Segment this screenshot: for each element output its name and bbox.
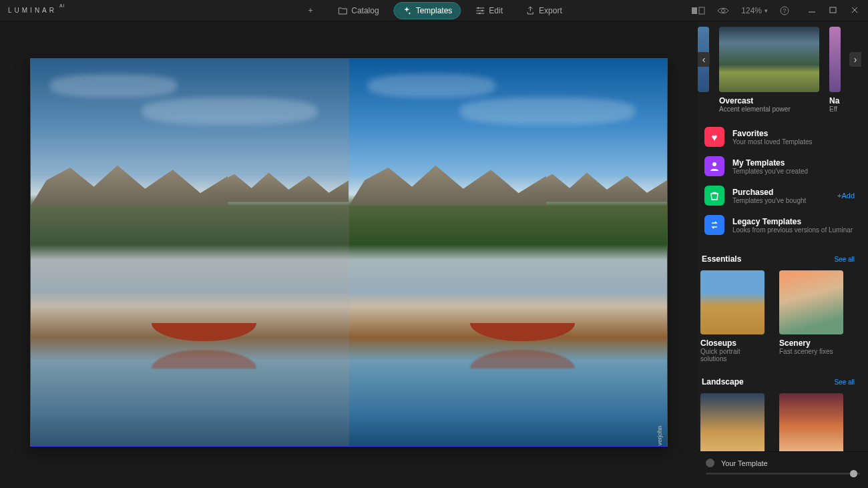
preview-icon[interactable] — [717, 7, 729, 15]
sparkle-icon — [403, 6, 412, 15]
catalog-label: Catalog — [351, 6, 379, 15]
cat-sub: Templates you've created — [732, 168, 808, 175]
carousel-next[interactable]: › — [849, 52, 861, 67]
after-half — [349, 59, 668, 446]
slider-label: Your Template — [721, 459, 768, 467]
comparison-photo[interactable]: © Silverjohn — [30, 58, 668, 447]
template-scenery[interactable]: Scenery Fast scenery fixes — [779, 270, 843, 362]
strength-slider[interactable] — [706, 473, 860, 475]
close-button[interactable] — [851, 6, 860, 15]
category-list: ♥ FavoritesYour most loved Templates My … — [702, 122, 857, 240]
section-title: Landscape — [702, 377, 744, 387]
chevron-down-icon: ▾ — [765, 7, 768, 14]
closeups-thumb — [700, 270, 765, 334]
window-controls — [808, 6, 860, 15]
before-half — [31, 59, 349, 446]
templates-tab[interactable]: Templates — [394, 2, 461, 19]
cat-title: Purchased — [732, 188, 806, 197]
carousel-item-partial-left[interactable] — [698, 27, 709, 113]
cat-sub: Your most loved Templates — [732, 138, 813, 146]
export-icon — [525, 6, 535, 15]
plus-icon: ＋ — [306, 6, 315, 15]
landscape-header: Landscape See all — [698, 375, 861, 393]
carousel-item-overcast[interactable]: Overcast Accent elemental power — [719, 27, 819, 113]
card-title: Scenery — [779, 338, 843, 348]
heart-icon: ♥ — [704, 127, 724, 147]
watermark: © Silverjohn — [656, 426, 663, 447]
export-label: Export — [539, 6, 562, 15]
svg-rect-8 — [830, 7, 836, 13]
svg-point-0 — [477, 7, 479, 8]
app-name: LUMINAR — [8, 7, 57, 15]
svg-point-1 — [481, 9, 483, 11]
maximize-button[interactable] — [829, 6, 839, 15]
main-area: © Silverjohn ‹ Overcast Accent elemental… — [0, 21, 868, 488]
help-icon[interactable]: ? — [780, 6, 789, 15]
compare-icon[interactable] — [692, 7, 705, 15]
add-button[interactable]: ＋ — [298, 3, 323, 19]
edit-tab[interactable]: Edit — [467, 3, 511, 19]
person-icon — [704, 156, 724, 176]
bag-icon — [704, 186, 724, 206]
edit-label: Edit — [489, 6, 503, 15]
see-all-link[interactable]: See all — [834, 379, 855, 386]
main-nav: ＋ Catalog Templates Edit Export — [298, 2, 570, 19]
carousel-sub: Accent elemental power — [719, 105, 819, 113]
section-title: Essentials — [702, 254, 741, 264]
category-favorites[interactable]: ♥ FavoritesYour most loved Templates — [702, 122, 857, 152]
category-purchased[interactable]: PurchasedTemplates you've bought +Add — [702, 181, 857, 210]
essentials-header: Essentials See all — [698, 252, 861, 270]
folder-icon — [338, 6, 347, 15]
minimize-button[interactable] — [808, 6, 817, 15]
carousel-item-partial-right[interactable]: Na Eff — [829, 27, 841, 113]
svg-rect-3 — [692, 7, 697, 14]
essentials-grid: Closeups Quick portrait solutions Scener… — [698, 270, 861, 375]
card-title: Closeups — [700, 338, 765, 348]
template-dot-icon — [706, 459, 714, 467]
svg-point-5 — [722, 9, 725, 12]
cat-title: Legacy Templates — [732, 217, 853, 226]
catalog-tab[interactable]: Catalog — [330, 3, 387, 19]
cat-sub: Templates you've bought — [732, 197, 806, 204]
templates-label: Templates — [416, 6, 453, 15]
zoom-level[interactable]: 124% ▾ — [741, 6, 768, 15]
app-suffix: AI — [59, 3, 65, 8]
slider-thumb[interactable] — [850, 470, 857, 477]
category-my-templates[interactable]: My TemplatesTemplates you've created — [702, 152, 857, 181]
cat-sub: Looks from previous versions of Luminar — [732, 226, 853, 234]
svg-text:?: ? — [783, 7, 786, 14]
overcast-thumb — [719, 27, 819, 92]
cat-title: Favorites — [732, 129, 813, 138]
svg-point-2 — [479, 12, 480, 13]
templates-sidebar: ‹ Overcast Accent elemental power Na Eff… — [698, 21, 868, 488]
scenery-thumb — [779, 270, 843, 334]
svg-point-9 — [712, 162, 716, 166]
image-viewer: © Silverjohn — [0, 21, 698, 488]
card-sub: Quick portrait solutions — [700, 348, 765, 362]
see-all-link[interactable]: See all — [834, 256, 855, 263]
app-logo: LUMINARAI — [8, 6, 65, 14]
city-thumb — [700, 393, 765, 457]
carousel-prev[interactable]: ‹ — [698, 52, 710, 67]
zoom-value: 124% — [741, 6, 762, 15]
card-sub: Fast scenery fixes — [779, 348, 843, 355]
cat-title: My Templates — [732, 158, 808, 168]
top-bar: LUMINARAI ＋ Catalog Templates Edit Expor… — [0, 0, 868, 21]
template-strength-panel: Your Template — [698, 451, 868, 488]
add-purchased-link[interactable]: +Add — [837, 192, 855, 200]
template-closeups[interactable]: Closeups Quick portrait solutions — [700, 270, 765, 362]
svg-rect-4 — [699, 7, 704, 14]
export-tab[interactable]: Export — [517, 3, 570, 19]
right-controls: 124% ▾ ? — [692, 6, 860, 15]
swap-icon — [704, 215, 724, 235]
category-legacy[interactable]: Legacy TemplatesLooks from previous vers… — [702, 210, 857, 240]
sliders-icon — [475, 6, 485, 15]
carousel-title: Overcast — [719, 96, 819, 105]
sunset-thumb — [779, 393, 843, 457]
suggestions-carousel: ‹ Overcast Accent elemental power Na Eff… — [698, 27, 861, 113]
